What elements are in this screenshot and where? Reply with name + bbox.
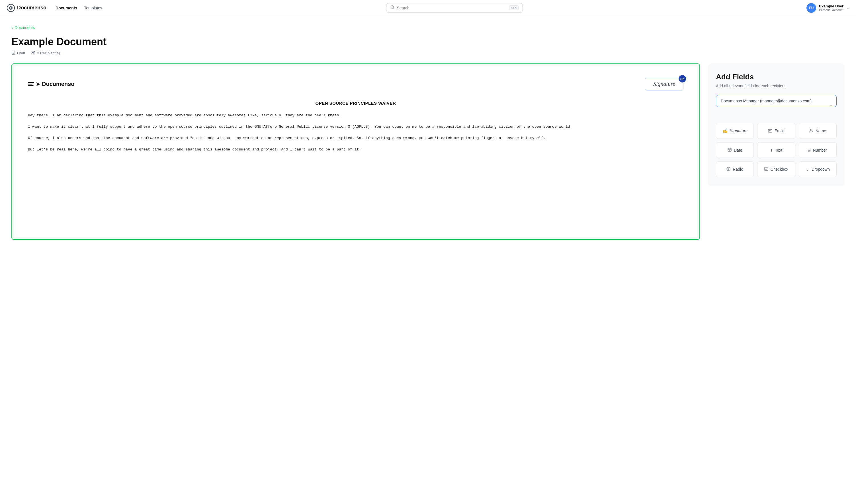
document-preview-wrapper: ➤ Documenso Signature MA OPEN SOURCE PRI… <box>12 64 700 240</box>
page-content: ‹ Documents Example Document Draft <box>0 16 856 249</box>
panel-title: Add Fields <box>716 73 837 82</box>
field-date-label: Date <box>734 148 742 152</box>
text-field-icon: T <box>770 148 773 152</box>
field-email-button[interactable]: Email <box>757 123 795 139</box>
user-menu[interactable]: EU Example User Personal Account ⌄ <box>806 3 849 13</box>
field-checkbox-label: Checkbox <box>771 167 788 172</box>
svg-point-11 <box>810 129 812 131</box>
recipient-select[interactable]: Documenso Manager (manager@documenso.com… <box>716 95 837 107</box>
document-para-3: Of course, I also understand that the do… <box>28 135 683 141</box>
breadcrumb-arrow-icon: ‹ <box>12 25 13 30</box>
email-field-icon <box>768 129 772 133</box>
user-name: Example User <box>819 4 843 8</box>
field-dropdown-button[interactable]: ⌄ Dropdown <box>799 161 837 177</box>
avatar: EU <box>806 3 816 13</box>
doc-logo-text: Documenso <box>42 81 74 87</box>
field-name-button[interactable]: Name <box>799 123 837 139</box>
checkbox-field-icon <box>764 167 768 172</box>
document-para-2: I want to make it clear that I fully sup… <box>28 124 683 130</box>
draft-icon <box>12 51 15 55</box>
svg-rect-12 <box>728 148 731 151</box>
panel-subtitle: Add all relevant fields for each recipie… <box>716 84 837 88</box>
svg-point-9 <box>33 51 35 53</box>
breadcrumb-link[interactable]: Documents <box>15 25 35 30</box>
field-checkbox-button[interactable]: Checkbox <box>757 161 795 177</box>
navbar: Documenso Documents Templates ⌘+K EU Exa… <box>0 0 856 16</box>
recipients-icon <box>31 51 35 55</box>
nav-documents[interactable]: Documents <box>55 6 77 10</box>
radio-field-icon <box>726 167 731 172</box>
document-title: OPEN SOURCE PRINCIPLES WAIVER <box>28 101 683 106</box>
navbar-search: ⌘+K <box>112 3 797 13</box>
field-number-label: Number <box>813 148 827 152</box>
field-signature-button[interactable]: ✍ Signature <box>716 123 754 139</box>
svg-point-17 <box>727 167 730 170</box>
doc-logo-arrow-icon: ➤ <box>36 81 40 87</box>
field-date-button[interactable]: Date <box>716 142 754 158</box>
field-text-button[interactable]: T Text <box>757 142 795 158</box>
search-icon <box>390 5 395 11</box>
search-box: ⌘+K <box>386 3 523 13</box>
field-email-label: Email <box>774 129 785 133</box>
field-signature-label: Signature <box>730 128 748 133</box>
field-text-label: Text <box>775 148 782 152</box>
signature-field-icon: ✍ <box>722 128 727 133</box>
number-field-icon: # <box>808 148 810 152</box>
field-grid: ✍ Signature Email <box>716 123 837 177</box>
page-meta: Draft 3 Recipient(s) <box>12 51 844 55</box>
svg-point-16 <box>729 150 730 151</box>
search-shortcut: ⌘+K <box>509 5 518 10</box>
document-para-1: Hey there! I am declaring that this exam… <box>28 112 683 119</box>
svg-point-8 <box>32 51 33 53</box>
document-preview: ➤ Documenso Signature MA OPEN SOURCE PRI… <box>14 66 697 237</box>
recipients-item: 3 Recipient(s) <box>31 51 60 55</box>
navbar-links: Documents Templates <box>55 6 102 10</box>
search-input[interactable] <box>397 6 507 10</box>
add-fields-panel: Add Fields Add all relevant fields for e… <box>708 64 844 186</box>
document-logo: ➤ Documenso <box>28 81 74 87</box>
document-para-4: But let's be real here, we're all going … <box>28 146 683 153</box>
recipients-count: 3 Recipient(s) <box>37 51 60 55</box>
document-body: OPEN SOURCE PRINCIPLES WAIVER Hey there!… <box>28 101 683 153</box>
user-account: Personal Account <box>819 8 843 12</box>
logo[interactable]: Documenso <box>7 4 47 12</box>
page-title: Example Document <box>12 36 844 48</box>
field-radio-label: Radio <box>733 167 743 172</box>
field-dropdown-label: Dropdown <box>811 167 830 172</box>
doc-logo-lines-icon <box>28 82 34 86</box>
document-header: ➤ Documenso Signature MA <box>28 78 683 90</box>
signature-label: Signature <box>653 81 675 87</box>
logo-text: Documenso <box>17 5 47 11</box>
user-menu-chevron-icon: ⌄ <box>846 6 849 10</box>
name-field-icon <box>809 129 813 133</box>
svg-point-18 <box>728 168 729 169</box>
field-name-label: Name <box>816 129 826 133</box>
dropdown-field-icon: ⌄ <box>806 167 809 172</box>
signature-badge: MA <box>679 75 686 83</box>
svg-point-2 <box>10 7 12 8</box>
main-grid: ➤ Documenso Signature MA OPEN SOURCE PRI… <box>12 64 844 240</box>
breadcrumb: ‹ Documents <box>12 25 844 30</box>
status-item: Draft <box>12 51 25 55</box>
field-radio-button[interactable]: Radio <box>716 161 754 177</box>
status-badge: Draft <box>17 51 25 55</box>
date-field-icon <box>727 148 732 152</box>
field-number-button[interactable]: # Number <box>799 142 837 158</box>
logo-icon <box>7 4 15 12</box>
nav-templates[interactable]: Templates <box>84 6 102 10</box>
signature-field[interactable]: Signature MA <box>645 78 683 90</box>
user-info: Example User Personal Account <box>819 4 843 12</box>
recipient-select-wrapper: Documenso Manager (manager@documenso.com… <box>716 95 837 115</box>
